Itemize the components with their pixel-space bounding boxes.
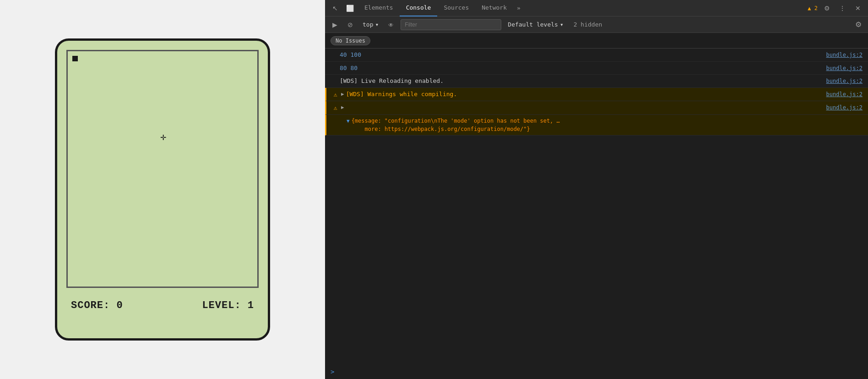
console-output: 40 100 bundle.js:2 80 80 bundle.js:2 [WD… [325, 49, 868, 364]
snake-head [72, 56, 78, 61]
game-card: ✛ SCORE: 0 LEVEL: 1 [55, 38, 270, 341]
line4-source[interactable]: bundle.js:2 [826, 90, 863, 98]
line1-icon [331, 50, 338, 51]
stop-btn[interactable] [344, 19, 356, 31]
console-line-2: 80 80 bundle.js:2 [325, 62, 868, 75]
line2-icon [331, 64, 338, 64]
log-levels-label: Default levels [508, 21, 558, 28]
line3-source[interactable]: bundle.js:2 [826, 76, 863, 85]
hidden-count: 2 hidden [574, 21, 602, 28]
close-icon [855, 5, 861, 12]
line5-warn-icon: ⚠ [332, 103, 339, 113]
food-item: ✛ [159, 134, 167, 141]
game-footer: SCORE: 0 LEVEL: 1 [66, 295, 259, 316]
tab-sources[interactable]: Sources [437, 0, 475, 16]
line4-text: [WDS] Warnings while compiling. [346, 90, 817, 99]
devtools-topbar: Elements Console Sources Network » ▲ 2 [325, 0, 868, 16]
warning-badge: ▲ 2 [808, 5, 818, 11]
context-label: top [363, 21, 373, 28]
tab-network[interactable]: Network [475, 0, 513, 16]
filter-input[interactable] [401, 19, 501, 30]
console-prompt: > [325, 364, 868, 379]
line6-text: {message: "configuration\nThe 'mode' opt… [352, 117, 863, 133]
game-canvas: ✛ [66, 50, 259, 288]
console-settings-btn[interactable] [852, 19, 864, 31]
tab-console[interactable]: Console [400, 0, 438, 16]
eye-icon [388, 21, 394, 28]
inspect-icon [346, 5, 354, 12]
line2-text: 80 80 [340, 64, 817, 73]
console-settings-icon [855, 20, 862, 29]
game-panel: ✛ SCORE: 0 LEVEL: 1 [0, 0, 325, 379]
line3-text: [WDS] Live Reloading enabled. [340, 76, 817, 86]
console-line-1: 40 100 bundle.js:2 [325, 49, 868, 62]
close-btn[interactable] [852, 2, 864, 15]
log-levels-btn[interactable]: Default levels ▾ [505, 20, 566, 29]
console-line-4: ⚠ ▶ [WDS] Warnings while compiling. bund… [325, 88, 868, 102]
score-display: SCORE: 0 [71, 300, 123, 311]
play-btn[interactable] [329, 19, 341, 31]
devtools-panel: Elements Console Sources Network » ▲ 2 [325, 0, 868, 379]
line4-expand[interactable]: ▶ [341, 90, 344, 98]
cursor-icon [332, 5, 338, 12]
line5-expand[interactable]: ▶ [341, 103, 344, 112]
prompt-arrow: > [331, 368, 334, 375]
more-btn[interactable] [836, 2, 849, 15]
log-levels-chevron: ▾ [560, 21, 564, 28]
chevron-down-icon: ▾ [375, 21, 379, 28]
line4-warn-icon: ⚠ [332, 90, 339, 99]
play-icon [332, 21, 337, 28]
no-issues-badge[interactable]: No Issues [331, 36, 370, 45]
no-issues-bar: No Issues [325, 33, 868, 49]
eye-btn[interactable] [385, 19, 397, 31]
settings-icon [824, 5, 830, 12]
more-icon [839, 5, 846, 12]
context-selector[interactable]: top ▾ [360, 20, 381, 29]
more-tabs-icon[interactable]: » [513, 5, 524, 11]
line1-source[interactable]: bundle.js:2 [826, 50, 863, 59]
devtools-topbar-icons: ▲ 2 [808, 2, 864, 15]
console-line-6: ▼ {message: "configuration\nThe 'mode' o… [325, 115, 868, 135]
console-toolbar: top ▾ Default levels ▾ 2 hidden [325, 16, 868, 33]
console-line-5: ⚠ ▶ bundle.js:2 [325, 101, 868, 115]
line1-text: 40 100 [340, 50, 817, 60]
level-display: LEVEL: 1 [202, 300, 254, 311]
cursor-icon-btn[interactable] [329, 2, 342, 15]
line3-icon [331, 76, 338, 77]
line5-source[interactable]: bundle.js:2 [826, 103, 863, 112]
line6-expand[interactable]: ▼ [347, 117, 350, 125]
settings-btn[interactable] [820, 2, 833, 15]
devtools-tabs: Elements Console Sources Network » [358, 0, 806, 16]
stop-icon [347, 21, 353, 28]
inspect-icon-btn[interactable] [343, 2, 356, 15]
tab-elements[interactable]: Elements [358, 0, 400, 16]
line2-source[interactable]: bundle.js:2 [826, 64, 863, 72]
line6-icon [332, 117, 345, 117]
console-line-3: [WDS] Live Reloading enabled. bundle.js:… [325, 75, 868, 88]
